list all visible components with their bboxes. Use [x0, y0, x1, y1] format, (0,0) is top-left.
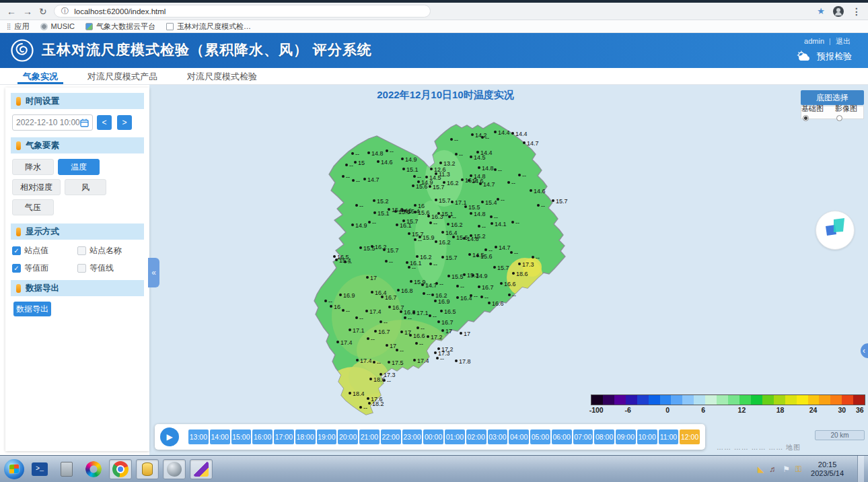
back-icon[interactable]: ← — [7, 6, 16, 17]
display-option-1[interactable]: 站点名称 — [77, 245, 143, 256]
display-option-0[interactable]: ✓站点值 — [12, 245, 77, 256]
station-dot — [478, 225, 480, 228]
checkbox-icon[interactable] — [77, 264, 86, 273]
bookmark-star-icon[interactable]: ★ — [817, 6, 825, 16]
bookmark-cloud-platform[interactable]: 气象大数据云平台 — [85, 22, 155, 32]
data-export-button[interactable]: 数据导出 — [13, 302, 51, 316]
element-button-4[interactable]: 气压 — [12, 199, 54, 215]
logout-link[interactable]: 退出 — [836, 37, 851, 45]
tray-volume-muted-icon[interactable]: ♬ — [769, 465, 777, 473]
taskbar-powershell[interactable]: >_ — [28, 459, 51, 479]
station-dot — [410, 280, 412, 283]
station-dot — [355, 316, 358, 319]
show-desktop-button[interactable] — [857, 456, 864, 482]
time-chip-13[interactable]: 02:00 — [466, 429, 486, 444]
time-chip-4[interactable]: 17:00 — [274, 429, 294, 444]
colorbar-segment — [774, 395, 785, 405]
tab-2[interactable]: 对流尺度模式检验 — [172, 68, 272, 84]
element-button-3[interactable]: 风 — [65, 179, 106, 195]
profile-avatar[interactable] — [833, 6, 844, 17]
play-button[interactable]: ▶ — [160, 427, 179, 446]
taskbar-browser360[interactable] — [82, 459, 105, 479]
time-chip-6[interactable]: 19:00 — [317, 429, 337, 444]
time-chip-10[interactable]: 23:00 — [402, 429, 423, 444]
tianditu-logo[interactable] — [816, 211, 855, 250]
time-chip-0[interactable]: 13:00 — [188, 429, 209, 444]
taskbar-chrome[interactable] — [109, 459, 132, 479]
map-canvas[interactable]: 14.214.414.414.7----14.8--14.91514.613.2… — [149, 85, 868, 455]
refresh-icon[interactable]: ↻ — [39, 6, 47, 17]
display-option-3[interactable]: 等值线 — [77, 263, 143, 274]
station-dot — [484, 248, 487, 251]
tab-0[interactable]: 气象实况 — [8, 68, 73, 84]
taskbar-paint-tool[interactable] — [190, 459, 213, 479]
datetime-input[interactable]: 2022-12-10 10:00 — [12, 114, 93, 131]
colorbar-segment — [603, 395, 614, 405]
taskbar-database-tool[interactable] — [136, 459, 159, 479]
time-chip-2[interactable]: 15:00 — [231, 429, 252, 444]
bookmark-music[interactable]: MUSIC — [40, 22, 75, 30]
checkbox-checked-icon[interactable]: ✓ — [12, 264, 21, 273]
radio-icon[interactable] — [836, 115, 842, 121]
station-dot — [456, 296, 459, 299]
tray-flag-icon[interactable]: ⚑ — [783, 465, 790, 473]
time-chip-7[interactable]: 20:00 — [338, 429, 358, 444]
time-prev-button[interactable]: < — [97, 115, 112, 130]
station-dot — [330, 305, 332, 308]
time-chip-18[interactable]: 07:00 — [573, 429, 593, 444]
tray-lock-icon[interactable]: ⚿ — [795, 465, 801, 473]
station-dot — [367, 151, 370, 154]
taskbar-server-app[interactable] — [55, 459, 78, 479]
address-input[interactable]: ⓘ localhost:62000/index.html — [54, 5, 431, 18]
station-dot — [365, 310, 368, 312]
basemap-option-0[interactable]: 基础图 — [801, 104, 830, 122]
radio-icon[interactable] — [803, 115, 809, 121]
station-value: -- — [454, 137, 458, 143]
time-chip-19[interactable]: 08:00 — [594, 429, 614, 444]
time-chip-5[interactable]: 18:00 — [295, 429, 316, 444]
colorbar-segment — [762, 395, 774, 405]
station-value: 15.7 — [433, 184, 445, 191]
station-dot — [440, 310, 443, 312]
bookmark-yulin-system[interactable]: 玉林对流尺度模式检… — [166, 22, 251, 32]
bookmark-apps[interactable]: ⣿ 应用 — [7, 22, 30, 32]
mode-switch[interactable]: 预报检验 — [795, 50, 852, 63]
time-chip-8[interactable]: 21:00 — [359, 429, 379, 444]
time-next-button[interactable]: > — [117, 115, 132, 130]
time-chip-9[interactable]: 22:00 — [381, 429, 401, 444]
calendar-icon[interactable] — [80, 118, 89, 127]
tab-1[interactable]: 对流尺度模式产品 — [73, 68, 172, 84]
time-chip-1[interactable]: 14:00 — [210, 429, 230, 444]
start-button[interactable] — [4, 459, 24, 479]
time-chip-17[interactable]: 06:00 — [552, 429, 572, 444]
station-value: 14.4 — [515, 131, 528, 137]
time-chip-20[interactable]: 09:00 — [616, 429, 636, 444]
time-chip-21[interactable]: 10:00 — [637, 429, 657, 444]
basemap-option-1[interactable]: 影像图 — [835, 104, 863, 122]
station-value: 12.6 — [434, 166, 446, 173]
tray-shield-icon[interactable]: ◣ — [758, 465, 764, 473]
display-option-2[interactable]: ✓等值面 — [12, 263, 77, 274]
element-button-1[interactable]: 温度 — [58, 159, 100, 175]
element-button-2[interactable]: 相对湿度 — [12, 179, 61, 195]
browser-menu-icon[interactable]: ⋮ — [852, 6, 861, 17]
main-tabbar: 气象实况对流尺度模式产品对流尺度模式检验 — [0, 68, 868, 85]
checkbox-icon[interactable] — [77, 246, 86, 255]
time-chip-15[interactable]: 04:00 — [509, 429, 529, 444]
checkbox-checked-icon[interactable]: ✓ — [12, 246, 21, 255]
sidebar-collapse-tab[interactable]: « — [148, 258, 159, 287]
taskbar-globe-app[interactable] — [163, 459, 186, 479]
station-dot — [434, 351, 437, 354]
time-chip-16[interactable]: 05:00 — [530, 429, 550, 444]
taskbar-clock[interactable]: 20:15 2023/5/14 — [807, 460, 848, 478]
time-chip-3[interactable]: 16:00 — [252, 429, 273, 444]
station-dot — [371, 245, 373, 248]
time-chip-14[interactable]: 03:00 — [488, 429, 508, 444]
time-chip-12[interactable]: 01:00 — [445, 429, 465, 444]
time-chip-11[interactable]: 00:00 — [423, 429, 443, 444]
info-icon[interactable]: ⓘ — [61, 6, 69, 16]
time-chip-23[interactable]: 12:00 — [680, 429, 700, 444]
time-chip-22[interactable]: 11:00 — [659, 429, 679, 444]
element-button-0[interactable]: 降水 — [12, 159, 54, 175]
forward-icon[interactable]: → — [23, 6, 32, 17]
